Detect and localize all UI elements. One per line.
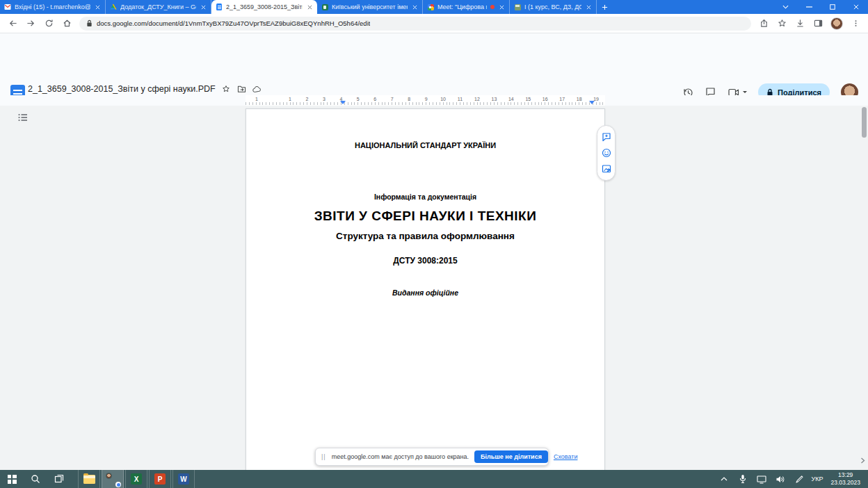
ruler-number: 8 <box>408 97 410 101</box>
doc-main-title: ЗВІТИ У СФЕРІ НАУКИ І ТЕХНІКИ <box>246 209 604 224</box>
scrollbar-thumb[interactable] <box>862 107 867 138</box>
network-display-icon[interactable] <box>752 475 771 484</box>
stop-sharing-button[interactable]: Більше не ділитися <box>474 450 548 463</box>
drag-handle[interactable]: || <box>321 453 326 460</box>
minimize-button[interactable] <box>797 0 821 14</box>
document-outline-icon[interactable] <box>17 111 29 124</box>
gmail-icon <box>4 3 11 10</box>
document-canvas: НАЦІОНАЛЬНИЙ СТАНДАРТ УКРАЇНИ Інформація… <box>0 106 868 470</box>
ruler-number: 12 <box>474 97 480 101</box>
page-action-buttons <box>597 125 616 181</box>
browser-tab-drive[interactable]: Додаток_ДСТУ_Книги – Google <box>106 0 211 14</box>
browser-tab-meet[interactable]: Meet: "Цифрова грамотніст <box>423 0 510 14</box>
scroll-right-chevron-icon[interactable] <box>858 456 867 464</box>
drive-icon <box>110 3 117 10</box>
browser-tab-docs-active[interactable]: 2_1_3659_3008-2015_Звіти у сфе <box>211 0 317 14</box>
reload-icon[interactable] <box>43 18 54 29</box>
back-icon[interactable] <box>7 18 18 29</box>
browser-tab-university[interactable]: Київський університет імені Бор <box>317 0 423 14</box>
star-icon[interactable] <box>222 85 231 94</box>
time: 13:29 <box>830 471 860 479</box>
add-emoji-reaction-icon[interactable] <box>601 147 611 158</box>
start-button[interactable] <box>0 470 24 488</box>
taskbar-file-explorer[interactable] <box>78 470 100 488</box>
urlbar-actions <box>758 17 861 30</box>
tab-search-chevron-icon[interactable] <box>773 0 797 14</box>
doc-standard-code: ДСТУ 3008:2015 <box>246 256 604 266</box>
hide-link[interactable]: Сховати <box>554 453 578 460</box>
chevron-down-icon <box>743 91 747 93</box>
tab-close-icon[interactable] <box>411 3 418 10</box>
language-indicator[interactable]: УКР <box>808 475 826 482</box>
new-tab-button[interactable] <box>597 0 612 14</box>
tray-expand-chevron-icon[interactable] <box>714 477 733 481</box>
meet-icon <box>427 3 434 10</box>
close-window-button[interactable] <box>844 0 868 14</box>
speaker-icon[interactable] <box>771 475 789 484</box>
tab-close-icon[interactable] <box>94 3 101 10</box>
download-icon[interactable] <box>794 18 805 29</box>
add-comment-icon[interactable] <box>601 132 611 143</box>
screen-share-notification: || meet.google.com має доступ до вашого … <box>315 448 549 466</box>
left-indent-marker[interactable] <box>340 101 346 104</box>
recording-indicator-dot <box>490 5 495 9</box>
taskbar-word[interactable]: W <box>172 470 195 488</box>
taskbar-excel[interactable]: X <box>125 470 147 488</box>
clock[interactable]: 13:29 23.03.2023 <box>826 471 865 486</box>
site-icon <box>321 3 328 10</box>
taskbar-search-button[interactable] <box>24 470 47 488</box>
taskbar-powerpoint[interactable]: P <box>149 470 171 488</box>
ruler-number: 18 <box>577 97 582 101</box>
ruler-number: 6 <box>373 97 376 101</box>
maximize-button[interactable] <box>821 0 844 14</box>
forward-icon[interactable] <box>25 18 36 29</box>
ruler-number: 5 <box>357 97 360 101</box>
windows-logo-icon <box>8 475 17 484</box>
ruler-number: 11 <box>458 97 463 101</box>
doc-field-line: Інформація та документація <box>246 193 604 201</box>
ink-workspace-icon[interactable] <box>789 475 808 484</box>
document-title[interactable]: 2_1_3659_3008-2015_Звіти у сфері науки.P… <box>28 84 216 94</box>
tab-close-icon[interactable] <box>585 3 592 10</box>
tab-close-icon[interactable] <box>498 3 505 10</box>
browser-tab-elearning[interactable]: І (1 курс, ВС, ДЗ, ДО, ММ, ОВ, О <box>510 0 597 14</box>
classroom-icon <box>514 3 521 10</box>
ruler-number: 7 <box>391 97 394 101</box>
window-controls <box>773 0 868 14</box>
tab-title: 2_1_3659_3008-2015_Звіти у сфе <box>226 3 303 10</box>
tab-title: Додаток_ДСТУ_Книги – Google <box>120 3 196 10</box>
tab-close-icon[interactable] <box>306 3 313 10</box>
side-panel-icon[interactable] <box>812 18 823 29</box>
move-folder-icon[interactable] <box>237 85 246 94</box>
task-view-button[interactable] <box>47 470 71 488</box>
doc-standard-header: НАЦІОНАЛЬНИЙ СТАНДАРТ УКРАЇНИ <box>246 141 604 149</box>
tab-title: І (1 курс, ВС, ДЗ, ДО, ММ, ОВ, О <box>524 3 581 10</box>
share-page-icon[interactable] <box>758 18 769 29</box>
ruler-number: 3 <box>323 97 326 101</box>
ruler[interactable]: 112345678910111213141516171819 <box>0 95 868 106</box>
bookmark-star-icon[interactable] <box>776 18 787 29</box>
doc-subtitle: Структура та правила оформлювання <box>246 231 604 241</box>
browser-tab-gmail[interactable]: Вхідні (15) - t.marchenko@kubg <box>0 0 106 14</box>
address-bar[interactable]: docs.google.com/document/d/1VnmTxyBX79Zu… <box>79 17 751 31</box>
excel-icon: X <box>131 473 142 485</box>
taskbar-chrome[interactable] <box>102 470 124 488</box>
cloud-status-icon[interactable] <box>252 85 262 94</box>
ruler-number: 17 <box>559 97 565 101</box>
ruler-number: 10 <box>440 97 446 101</box>
ruler-number: 16 <box>542 97 548 101</box>
home-icon[interactable] <box>61 18 72 29</box>
ruler-number: 2 <box>305 97 308 101</box>
word-icon: W <box>178 473 189 485</box>
browser-menu-icon[interactable] <box>850 18 861 29</box>
tab-close-icon[interactable] <box>200 3 207 10</box>
document-page[interactable]: НАЦІОНАЛЬНИЙ СТАНДАРТ УКРАЇНИ Інформація… <box>246 108 605 470</box>
suggest-image-icon[interactable] <box>601 163 611 174</box>
ruler-number: 14 <box>508 97 514 101</box>
tab-title: Meet: "Цифрова грамотніст <box>437 3 487 10</box>
microphone-icon[interactable] <box>733 474 752 484</box>
browser-toolbar: docs.google.com/document/d/1VnmTxyBX79Zu… <box>0 14 868 33</box>
ruler-number: 9 <box>425 97 428 101</box>
right-indent-marker[interactable] <box>589 101 595 104</box>
browser-profile-avatar[interactable] <box>830 17 843 30</box>
